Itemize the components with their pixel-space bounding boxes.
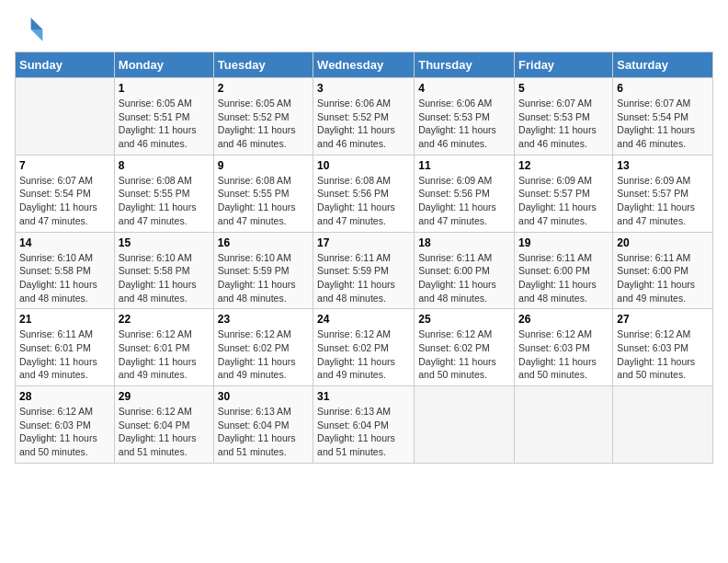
day-number: 4 bbox=[418, 82, 510, 95]
calendar-cell: 25Sunrise: 6:12 AM Sunset: 6:02 PM Dayli… bbox=[415, 309, 515, 386]
svg-marker-0 bbox=[31, 17, 43, 29]
day-number: 13 bbox=[617, 159, 709, 172]
day-number: 7 bbox=[19, 159, 110, 172]
day-info: Sunrise: 6:10 AM Sunset: 5:58 PM Dayligh… bbox=[119, 251, 210, 305]
day-number: 5 bbox=[518, 82, 609, 95]
day-info: Sunrise: 6:08 AM Sunset: 5:56 PM Dayligh… bbox=[317, 174, 410, 228]
weekday-header-sunday: Sunday bbox=[16, 52, 115, 78]
calendar-cell: 22Sunrise: 6:12 AM Sunset: 6:01 PM Dayli… bbox=[114, 309, 213, 386]
day-info: Sunrise: 6:07 AM Sunset: 5:54 PM Dayligh… bbox=[19, 174, 110, 228]
day-number: 28 bbox=[19, 390, 110, 403]
day-info: Sunrise: 6:11 AM Sunset: 6:00 PM Dayligh… bbox=[617, 251, 709, 305]
day-info: Sunrise: 6:12 AM Sunset: 6:03 PM Dayligh… bbox=[19, 405, 110, 459]
calendar-cell: 2Sunrise: 6:05 AM Sunset: 5:52 PM Daylig… bbox=[213, 78, 313, 155]
calendar-cell bbox=[515, 386, 613, 464]
weekday-header-tuesday: Tuesday bbox=[213, 52, 313, 78]
calendar-cell: 3Sunrise: 6:06 AM Sunset: 5:52 PM Daylig… bbox=[313, 78, 415, 155]
day-number: 27 bbox=[617, 313, 709, 326]
day-info: Sunrise: 6:12 AM Sunset: 6:02 PM Dayligh… bbox=[218, 327, 309, 382]
calendar-cell: 23Sunrise: 6:12 AM Sunset: 6:02 PM Dayli… bbox=[213, 309, 313, 386]
calendar-cell: 8Sunrise: 6:08 AM Sunset: 5:55 PM Daylig… bbox=[114, 155, 213, 232]
calendar-cell: 20Sunrise: 6:11 AM Sunset: 6:00 PM Dayli… bbox=[613, 232, 713, 309]
calendar-cell: 19Sunrise: 6:11 AM Sunset: 6:00 PM Dayli… bbox=[515, 232, 613, 309]
calendar-cell: 4Sunrise: 6:06 AM Sunset: 5:53 PM Daylig… bbox=[415, 78, 515, 155]
weekday-header-friday: Friday bbox=[515, 52, 613, 78]
day-number: 17 bbox=[317, 236, 410, 249]
day-number: 29 bbox=[119, 390, 210, 403]
day-number: 2 bbox=[218, 82, 309, 95]
svg-marker-1 bbox=[31, 29, 43, 41]
calendar-cell: 28Sunrise: 6:12 AM Sunset: 6:03 PM Dayli… bbox=[16, 386, 115, 464]
day-info: Sunrise: 6:12 AM Sunset: 6:02 PM Dayligh… bbox=[317, 327, 410, 382]
day-number: 16 bbox=[218, 236, 309, 249]
day-info: Sunrise: 6:12 AM Sunset: 6:01 PM Dayligh… bbox=[119, 327, 210, 382]
calendar-cell: 24Sunrise: 6:12 AM Sunset: 6:02 PM Dayli… bbox=[313, 309, 415, 386]
day-number: 1 bbox=[119, 82, 210, 95]
calendar-table: SundayMondayTuesdayWednesdayThursdayFrid… bbox=[15, 52, 713, 464]
day-info: Sunrise: 6:09 AM Sunset: 5:56 PM Dayligh… bbox=[418, 174, 510, 228]
day-number: 14 bbox=[19, 236, 110, 249]
calendar-cell: 9Sunrise: 6:08 AM Sunset: 5:55 PM Daylig… bbox=[213, 155, 313, 232]
calendar-cell: 18Sunrise: 6:11 AM Sunset: 6:00 PM Dayli… bbox=[415, 232, 515, 309]
calendar-cell: 7Sunrise: 6:07 AM Sunset: 5:54 PM Daylig… bbox=[16, 155, 115, 232]
day-info: Sunrise: 6:10 AM Sunset: 5:58 PM Dayligh… bbox=[19, 251, 110, 305]
calendar-week-row: 21Sunrise: 6:11 AM Sunset: 6:01 PM Dayli… bbox=[16, 309, 713, 386]
day-number: 11 bbox=[418, 159, 510, 172]
weekday-header-thursday: Thursday bbox=[415, 52, 515, 78]
day-info: Sunrise: 6:10 AM Sunset: 5:59 PM Dayligh… bbox=[218, 251, 309, 305]
day-info: Sunrise: 6:09 AM Sunset: 5:57 PM Dayligh… bbox=[518, 174, 609, 228]
day-number: 18 bbox=[418, 236, 510, 249]
day-info: Sunrise: 6:06 AM Sunset: 5:53 PM Dayligh… bbox=[418, 97, 510, 151]
day-info: Sunrise: 6:08 AM Sunset: 5:55 PM Dayligh… bbox=[218, 174, 309, 228]
day-info: Sunrise: 6:06 AM Sunset: 5:52 PM Dayligh… bbox=[317, 97, 410, 151]
calendar-cell: 5Sunrise: 6:07 AM Sunset: 5:53 PM Daylig… bbox=[515, 78, 613, 155]
weekday-header-monday: Monday bbox=[114, 52, 213, 78]
day-info: Sunrise: 6:12 AM Sunset: 6:02 PM Dayligh… bbox=[418, 327, 510, 382]
page-header bbox=[15, 15, 713, 44]
calendar-cell: 13Sunrise: 6:09 AM Sunset: 5:57 PM Dayli… bbox=[613, 155, 713, 232]
calendar-cell: 27Sunrise: 6:12 AM Sunset: 6:03 PM Dayli… bbox=[613, 309, 713, 386]
calendar-cell: 1Sunrise: 6:05 AM Sunset: 5:51 PM Daylig… bbox=[114, 78, 213, 155]
day-number: 10 bbox=[317, 159, 410, 172]
calendar-cell: 17Sunrise: 6:11 AM Sunset: 5:59 PM Dayli… bbox=[313, 232, 415, 309]
day-number: 23 bbox=[218, 313, 309, 326]
calendar-week-row: 1Sunrise: 6:05 AM Sunset: 5:51 PM Daylig… bbox=[16, 78, 713, 155]
logo-icon bbox=[15, 15, 44, 44]
day-info: Sunrise: 6:08 AM Sunset: 5:55 PM Dayligh… bbox=[119, 174, 210, 228]
calendar-week-row: 14Sunrise: 6:10 AM Sunset: 5:58 PM Dayli… bbox=[16, 232, 713, 309]
calendar-cell bbox=[16, 78, 115, 155]
calendar-cell: 31Sunrise: 6:13 AM Sunset: 6:04 PM Dayli… bbox=[313, 386, 415, 464]
day-info: Sunrise: 6:13 AM Sunset: 6:04 PM Dayligh… bbox=[218, 405, 309, 459]
calendar-cell: 21Sunrise: 6:11 AM Sunset: 6:01 PM Dayli… bbox=[16, 309, 115, 386]
calendar-cell: 6Sunrise: 6:07 AM Sunset: 5:54 PM Daylig… bbox=[613, 78, 713, 155]
day-number: 3 bbox=[317, 82, 410, 95]
day-info: Sunrise: 6:11 AM Sunset: 6:00 PM Dayligh… bbox=[418, 251, 510, 305]
day-info: Sunrise: 6:12 AM Sunset: 6:03 PM Dayligh… bbox=[518, 327, 609, 382]
day-number: 12 bbox=[518, 159, 609, 172]
calendar-cell bbox=[613, 386, 713, 464]
day-number: 8 bbox=[119, 159, 210, 172]
day-info: Sunrise: 6:05 AM Sunset: 5:51 PM Dayligh… bbox=[119, 97, 210, 151]
day-number: 15 bbox=[119, 236, 210, 249]
day-number: 20 bbox=[617, 236, 709, 249]
day-number: 21 bbox=[19, 313, 110, 326]
day-number: 26 bbox=[518, 313, 609, 326]
day-info: Sunrise: 6:11 AM Sunset: 6:01 PM Dayligh… bbox=[19, 327, 110, 382]
weekday-header-row: SundayMondayTuesdayWednesdayThursdayFrid… bbox=[16, 52, 713, 78]
day-number: 24 bbox=[317, 313, 410, 326]
day-number: 25 bbox=[418, 313, 510, 326]
day-number: 9 bbox=[218, 159, 309, 172]
day-number: 31 bbox=[317, 390, 410, 403]
day-number: 19 bbox=[518, 236, 609, 249]
day-number: 6 bbox=[617, 82, 709, 95]
logo bbox=[15, 15, 48, 44]
day-info: Sunrise: 6:11 AM Sunset: 5:59 PM Dayligh… bbox=[317, 251, 410, 305]
day-number: 22 bbox=[119, 313, 210, 326]
calendar-week-row: 7Sunrise: 6:07 AM Sunset: 5:54 PM Daylig… bbox=[16, 155, 713, 232]
day-info: Sunrise: 6:12 AM Sunset: 6:04 PM Dayligh… bbox=[119, 405, 210, 459]
day-info: Sunrise: 6:13 AM Sunset: 6:04 PM Dayligh… bbox=[317, 405, 410, 459]
calendar-cell: 14Sunrise: 6:10 AM Sunset: 5:58 PM Dayli… bbox=[16, 232, 115, 309]
day-info: Sunrise: 6:12 AM Sunset: 6:03 PM Dayligh… bbox=[617, 327, 709, 382]
calendar-cell: 12Sunrise: 6:09 AM Sunset: 5:57 PM Dayli… bbox=[515, 155, 613, 232]
calendar-cell: 10Sunrise: 6:08 AM Sunset: 5:56 PM Dayli… bbox=[313, 155, 415, 232]
